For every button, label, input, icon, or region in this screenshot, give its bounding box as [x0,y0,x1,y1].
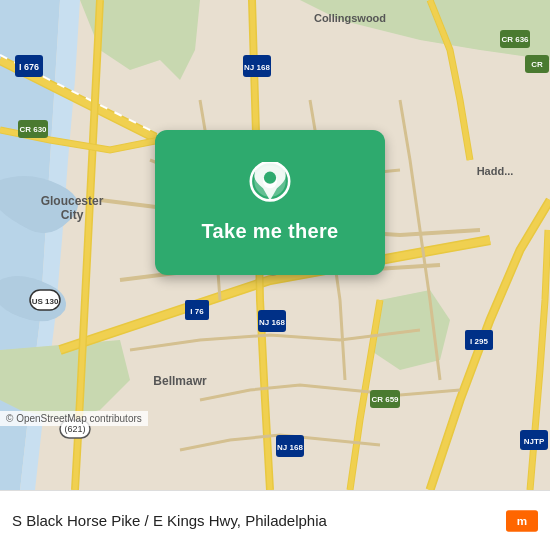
moovit-logo: m [506,505,538,537]
svg-text:Collingswood: Collingswood [314,12,386,24]
take-me-there-label: Take me there [202,220,339,243]
svg-text:I 676: I 676 [19,62,39,72]
svg-text:US 130: US 130 [32,297,59,306]
copyright-label: © OpenStreetMap contributors [6,413,142,424]
bottom-bar: S Black Horse Pike / E Kings Hwy, Philad… [0,490,550,550]
svg-text:CR 659: CR 659 [371,395,399,404]
svg-text:Hadd...: Hadd... [477,165,514,177]
location-label: S Black Horse Pike / E Kings Hwy, Philad… [12,512,496,529]
svg-text:CR 630: CR 630 [19,125,47,134]
svg-text:I 76: I 76 [190,307,204,316]
svg-text:CR: CR [531,60,543,69]
svg-text:I 295: I 295 [470,337,488,346]
moovit-logo-icon: m [506,505,538,537]
location-pin-icon [246,162,294,210]
svg-text:Bellmawr: Bellmawr [153,374,207,388]
svg-text:NJ 168: NJ 168 [259,318,285,327]
svg-text:m: m [517,514,527,527]
svg-text:City: City [61,208,84,222]
svg-text:NJTP: NJTP [524,437,545,446]
copyright-text: © OpenStreetMap contributors [0,411,148,426]
take-me-there-button[interactable]: Take me there [155,130,385,275]
svg-text:NJ 168: NJ 168 [244,63,270,72]
svg-point-36 [264,172,276,184]
svg-text:NJ 168: NJ 168 [277,443,303,452]
svg-text:CR 636: CR 636 [501,35,529,44]
map-container: I 676 NJ 168 NJ 168 NJ 168 I 76 US 130 C… [0,0,550,490]
svg-text:Gloucester: Gloucester [41,194,104,208]
